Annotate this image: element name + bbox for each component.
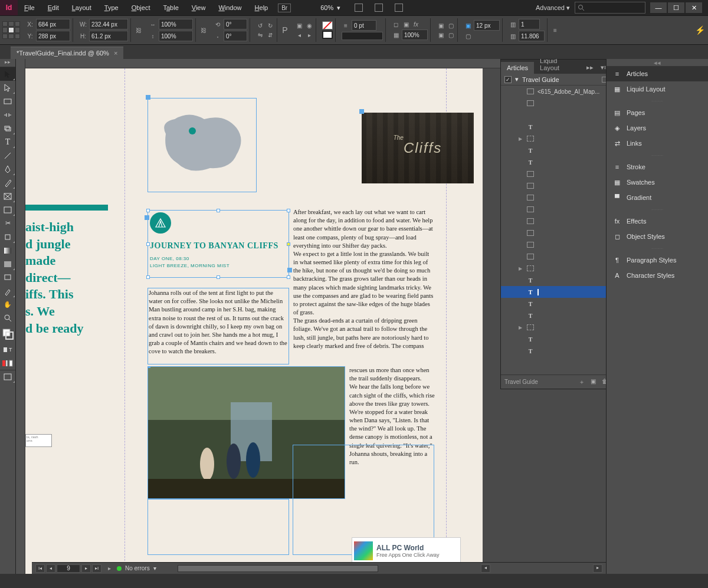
formatting-affect-tool[interactable]: T (0, 343, 15, 356)
open-button[interactable]: ▸ (105, 564, 113, 573)
gradient-feather-tool[interactable] (0, 257, 15, 271)
article-item[interactable]: T (501, 156, 606, 168)
gutter-field[interactable] (519, 31, 545, 41)
scroll-left-button[interactable]: ◂ (481, 564, 490, 573)
article-item[interactable] (501, 215, 606, 227)
maximize-button[interactable]: ☐ (668, 2, 684, 13)
article-item[interactable]: T (501, 310, 606, 321)
scale-y-field[interactable] (159, 31, 193, 41)
article-item[interactable]: <615_Adobe_AI_Map... (501, 86, 606, 97)
pencil-tool[interactable] (0, 176, 15, 189)
panel-links[interactable]: ⇄Links (607, 136, 708, 151)
preflight-label[interactable]: No errors (125, 565, 150, 571)
stroke-style-dropdown[interactable] (342, 32, 383, 40)
article-item[interactable]: ▶ (501, 133, 606, 144)
menu-help[interactable]: Help (248, 0, 275, 15)
map-frame[interactable] (148, 98, 257, 192)
fit-2-icon[interactable]: ▢ (447, 21, 455, 29)
new-article-icon[interactable]: ▣ (591, 378, 596, 386)
panel-character-styles[interactable]: ACharacter Styles (607, 268, 708, 283)
article-item[interactable]: ▶ (501, 262, 606, 274)
fill-swatch[interactable] (322, 21, 333, 29)
strip-grip[interactable]: ◂◂ (607, 59, 708, 66)
panel-gradient[interactable]: ▀Gradient (607, 190, 708, 205)
cols-field[interactable] (519, 19, 540, 29)
collapse-icon[interactable]: ▸▸ (583, 61, 597, 74)
article-item[interactable]: T (501, 274, 606, 286)
flip-h-icon[interactable]: ⇋ (256, 31, 264, 39)
menu-edit[interactable]: Edit (41, 0, 65, 15)
toolbox-grip[interactable]: ▸▸ (0, 59, 15, 67)
menu-table[interactable]: Table (156, 0, 185, 15)
gradient-swatch-tool[interactable] (0, 244, 15, 257)
quick-apply-icon[interactable]: ⚡ (695, 25, 706, 35)
select-next-icon[interactable]: ▸ (305, 31, 313, 39)
line-tool[interactable] (0, 149, 15, 162)
rotate-cw-icon[interactable]: ↻ (266, 21, 274, 29)
select-content-icon[interactable]: ◉ (305, 21, 313, 29)
panel-pages[interactable]: ▤Pages (607, 105, 708, 120)
fit-3-icon[interactable]: ▣ (437, 31, 445, 39)
article-item[interactable] (501, 97, 606, 109)
add-icon[interactable]: ＋ (579, 378, 585, 386)
frame-fit-icon[interactable]: ▢ (464, 32, 472, 40)
article-item[interactable]: T (501, 286, 606, 298)
cliffs-image-frame[interactable]: The Cliffs (362, 113, 474, 183)
content-collector-tool[interactable] (0, 121, 15, 135)
corner-opt-icon[interactable]: ◻ (392, 20, 400, 28)
view-opt-1-icon[interactable] (355, 4, 363, 12)
disclosure-icon[interactable]: ▾ (515, 75, 519, 83)
menu-type[interactable]: Type (98, 0, 125, 15)
page-number-field[interactable] (57, 564, 80, 573)
direct-selection-tool[interactable] (0, 81, 15, 94)
note-tool[interactable] (0, 271, 15, 284)
menu-view[interactable]: View (185, 0, 212, 15)
gap-field[interactable] (474, 20, 500, 31)
canvas[interactable]: The Cliffs aist-high d jungle made direc… (16, 59, 606, 574)
menu-layout[interactable]: Layout (65, 0, 98, 15)
menu-window[interactable]: Window (212, 0, 248, 15)
view-opt-3-icon[interactable] (395, 4, 403, 12)
fill-stroke-tool[interactable] (0, 325, 15, 343)
eyedropper-tool[interactable] (0, 284, 15, 298)
article-target-icon[interactable] (602, 77, 606, 83)
h-scrollbar[interactable] (178, 565, 378, 572)
panel-layers[interactable]: ◈Layers (607, 120, 708, 136)
article-item[interactable] (501, 168, 606, 180)
shear-field[interactable] (224, 31, 247, 41)
document-tab[interactable]: *TravelGuide_Final.indd @ 60% × (11, 47, 123, 59)
fx-icon[interactable]: fx (412, 20, 420, 28)
wrap-icon[interactable]: ▣ (402, 20, 410, 28)
rectangle-tool[interactable] (0, 203, 15, 216)
article-item[interactable] (501, 239, 606, 251)
type-tool[interactable]: T (0, 135, 15, 149)
w-field[interactable] (89, 19, 128, 29)
rotate-ccw-icon[interactable]: ↺ (256, 21, 264, 29)
article-item[interactable]: T (501, 298, 606, 310)
link-wh-icon[interactable]: ⛓ (135, 26, 143, 34)
fit-1-icon[interactable]: ▣ (437, 21, 445, 29)
minimize-button[interactable]: — (650, 2, 667, 13)
search-input[interactable] (575, 2, 645, 14)
hand-tool[interactable]: ✋ (0, 298, 15, 311)
body-text-col-1[interactable]: Johanna rolls out of the tent at first l… (148, 288, 289, 364)
view-mode-tool[interactable] (0, 370, 15, 383)
trash-icon[interactable]: 🗑 (602, 378, 606, 386)
pen-tool[interactable] (0, 162, 15, 176)
fit-4-icon[interactable]: ▢ (447, 31, 455, 39)
tab-liquid-layout[interactable]: Liquid Layout (534, 59, 583, 74)
select-container-icon[interactable]: ▣ (295, 21, 303, 29)
article-item[interactable] (501, 180, 606, 192)
scale-x-field[interactable] (159, 19, 193, 29)
empty-frame-1[interactable] (148, 499, 289, 555)
panel-swatches[interactable]: ▦Swatches (607, 175, 708, 190)
panel-object-styles[interactable]: ◻Object Styles (607, 229, 708, 244)
scissors-tool[interactable]: ✂ (0, 216, 15, 230)
panel-articles[interactable]: ≡Articles (607, 66, 708, 81)
zoom-level[interactable]: 60%▾ (320, 4, 340, 12)
auto-fit-icon[interactable]: ▣ (464, 21, 472, 29)
panel-stroke[interactable]: ≡Stroke (607, 159, 708, 175)
select-prev-icon[interactable]: ◂ (295, 31, 303, 39)
tab-articles[interactable]: Articles (501, 62, 534, 74)
first-page-button[interactable]: I◂ (35, 564, 45, 573)
